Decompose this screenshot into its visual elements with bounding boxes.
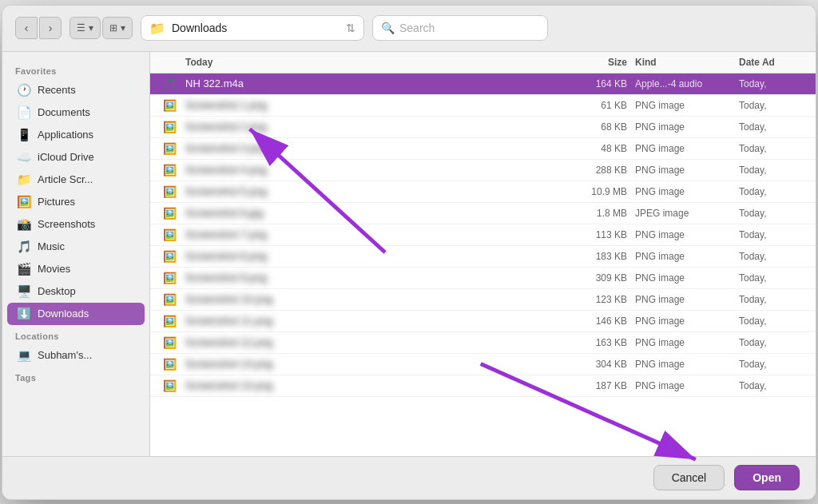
sidebar-label-movies: Movies xyxy=(38,263,70,275)
file-date: Today, xyxy=(739,315,803,327)
open-button[interactable]: Open xyxy=(734,465,800,490)
view-buttons: ☰ ▾ ⊞ ▾ xyxy=(69,17,133,39)
file-date: Today, xyxy=(739,143,803,154)
sidebar-label-articlescr: Article Scr... xyxy=(38,173,93,185)
file-icon: 🖼️ xyxy=(163,358,181,371)
file-row-f9[interactable]: 🖼️ Screenshot 8.png 183 KB PNG image Tod… xyxy=(150,246,816,268)
music-icon: 🎵 xyxy=(17,240,31,254)
file-icon: 🖼️ xyxy=(163,315,181,327)
recents-icon: 🕐 xyxy=(17,83,31,97)
sidebar-item-screenshots[interactable]: 📸Screenshots xyxy=(7,213,145,236)
file-icon: 🖼️ xyxy=(163,164,181,177)
file-row-f6[interactable]: 🖼️ Screenshot 5.png 10.9 MB PNG image To… xyxy=(150,181,816,203)
col-date-header: Date Ad xyxy=(739,57,803,68)
file-row-f4[interactable]: 🖼️ Screenshot 3.png 48 KB PNG image Toda… xyxy=(150,138,816,160)
tags-section-label: Tags xyxy=(2,367,149,386)
file-date: Today, xyxy=(739,186,803,197)
file-list: 🎵 NH 322.m4a 164 KB Apple...-4 audio Tod… xyxy=(150,73,816,456)
favorites-section-label: Favorites xyxy=(2,60,149,79)
file-row-f11[interactable]: 🖼️ Screenshot 10.png 123 KB PNG image To… xyxy=(150,289,816,311)
file-size: 10.9 MB xyxy=(563,186,635,197)
sidebar-item-documents[interactable]: 📄Documents xyxy=(7,101,145,124)
cancel-button[interactable]: Cancel xyxy=(653,465,725,490)
file-row-nh322[interactable]: 🎵 NH 322.m4a 164 KB Apple...-4 audio Tod… xyxy=(150,73,816,95)
file-row-f5[interactable]: 🖼️ Screenshot 4.png 288 KB PNG image Tod… xyxy=(150,160,816,181)
sidebar-item-subham[interactable]: 💻Subham's... xyxy=(7,344,145,367)
file-kind: PNG image xyxy=(635,186,739,197)
file-kind: PNG image xyxy=(635,251,739,262)
file-row-f14[interactable]: 🖼️ Screenshot 13.png 304 KB PNG image To… xyxy=(150,354,816,375)
file-date: Today, xyxy=(739,337,803,348)
sidebar-item-movies[interactable]: 🎬Movies xyxy=(7,258,145,280)
file-icon: 🖼️ xyxy=(163,379,181,392)
file-kind: PNG image xyxy=(635,165,739,176)
list-view-chevron: ▾ xyxy=(89,22,93,34)
file-size: 187 KB xyxy=(563,380,635,391)
file-date: Today, xyxy=(739,208,803,219)
file-size: 61 KB xyxy=(563,100,635,111)
file-icon: 🖼️ xyxy=(163,250,181,263)
file-name: Screenshot 10.png xyxy=(185,293,563,305)
sidebar-item-icloud[interactable]: ☁️iCloud Drive xyxy=(7,146,145,169)
sidebar-item-articlescr[interactable]: 📁Article Scr... xyxy=(7,169,145,191)
sidebar-item-recents[interactable]: 🕐Recents xyxy=(7,79,145,101)
file-row-f15[interactable]: 🖼️ Screenshot 14.png 187 KB PNG image To… xyxy=(150,375,816,397)
grid-view-button[interactable]: ⊞ ▾ xyxy=(102,17,133,39)
file-icon: 🖼️ xyxy=(163,272,181,284)
file-kind: PNG image xyxy=(635,121,739,133)
file-icon: 🖼️ xyxy=(163,99,181,112)
screenshots-icon: 📸 xyxy=(17,217,31,232)
file-kind: PNG image xyxy=(635,100,739,111)
location-swap-icon: ⇅ xyxy=(346,22,355,34)
sidebar-item-pictures[interactable]: 🖼️Pictures xyxy=(7,191,145,213)
file-row-f7[interactable]: 🖼️ Screenshot 6.jpg 1.8 MB JPEG image To… xyxy=(150,203,816,224)
file-size: 48 KB xyxy=(563,143,635,154)
subham-icon: 💻 xyxy=(17,348,31,363)
sidebar-label-applications: Applications xyxy=(38,129,93,141)
location-bar[interactable]: 📁 Downloads ⇅ xyxy=(141,15,364,41)
list-view-icon: ☰ xyxy=(77,22,85,34)
file-kind: Apple...-4 audio xyxy=(635,78,739,89)
nav-buttons: ‹ › xyxy=(15,17,62,39)
file-row-f13[interactable]: 🖼️ Screenshot 12.png 163 KB PNG image To… xyxy=(150,332,816,354)
sidebar-label-subham: Subham's... xyxy=(38,349,92,361)
articlescr-icon: 📁 xyxy=(17,173,31,187)
file-row-f2[interactable]: 🖼️ Screenshot 1.png 61 KB PNG image Toda… xyxy=(150,95,816,117)
file-size: 68 KB xyxy=(563,121,635,133)
file-date: Today, xyxy=(739,294,803,305)
file-name: Screenshot 8.png xyxy=(185,250,563,262)
file-size: 146 KB xyxy=(563,315,635,327)
forward-button[interactable]: › xyxy=(39,17,62,39)
file-icon: 🎵 xyxy=(163,77,181,90)
sidebar-label-pictures: Pictures xyxy=(38,196,75,208)
location-name: Downloads xyxy=(172,22,340,34)
file-size: 288 KB xyxy=(563,165,635,176)
sidebar-locations: 💻Subham's... xyxy=(2,344,149,367)
sidebar-item-downloads[interactable]: ⬇️Downloads xyxy=(7,303,145,325)
back-button[interactable]: ‹ xyxy=(15,17,38,39)
sidebar: Favorites 🕐Recents📄Documents📱Application… xyxy=(2,52,150,456)
file-icon: 🖼️ xyxy=(163,121,181,133)
sidebar-item-desktop[interactable]: 🖥️Desktop xyxy=(7,280,145,303)
file-row-f12[interactable]: 🖼️ Screenshot 11.png 146 KB PNG image To… xyxy=(150,311,816,332)
bottom-bar: Cancel Open xyxy=(2,456,816,499)
sidebar-item-applications[interactable]: 📱Applications xyxy=(7,124,145,146)
file-name: Screenshot 6.jpg xyxy=(185,207,563,219)
file-row-f10[interactable]: 🖼️ Screenshot 9.png 309 KB PNG image Tod… xyxy=(150,268,816,289)
file-date: Today, xyxy=(739,100,803,111)
locations-section-label: Locations xyxy=(2,325,149,344)
content-area: Favorites 🕐Recents📄Documents📱Application… xyxy=(2,52,816,456)
file-name: Screenshot 5.png xyxy=(185,185,563,197)
sidebar-label-documents: Documents xyxy=(38,106,90,118)
search-bar[interactable]: 🔍 Search xyxy=(372,15,548,41)
file-row-f3[interactable]: 🖼️ Screenshot 2.png 68 KB PNG image Toda… xyxy=(150,117,816,138)
list-view-button[interactable]: ☰ ▾ xyxy=(69,17,101,39)
file-name: Screenshot 7.png xyxy=(185,228,563,240)
file-row-f8[interactable]: 🖼️ Screenshot 7.png 113 KB PNG image Tod… xyxy=(150,224,816,246)
file-icon: 🖼️ xyxy=(163,228,181,241)
file-size: 123 KB xyxy=(563,294,635,305)
sidebar-item-music[interactable]: 🎵Music xyxy=(7,236,145,258)
file-kind: PNG image xyxy=(635,315,739,327)
sidebar-label-downloads: Downloads xyxy=(38,308,89,319)
file-size: 309 KB xyxy=(563,272,635,284)
